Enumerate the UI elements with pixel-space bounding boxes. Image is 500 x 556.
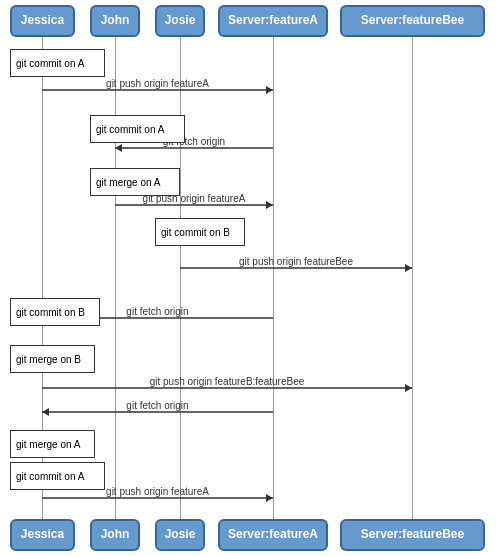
svg-marker-11 <box>405 384 412 392</box>
arrow-a4: git push origin featureBee <box>180 256 412 272</box>
actor-bottom-serverBee_b: Server:featureBee <box>340 519 485 551</box>
msg-box-mb4: git commit on B <box>155 218 245 246</box>
actor-bottom-josie_b: Josie <box>155 519 205 551</box>
msg-box-mb1: git commit on A <box>10 49 105 77</box>
arrow-a6: git push origin featureB:featureBee <box>42 376 412 392</box>
lifeline-john_ll <box>115 37 116 519</box>
msg-box-mb2: git commit on A <box>90 115 185 143</box>
sequence-diagram: git push origin featureAgit fetch origin… <box>0 0 500 556</box>
actor-josie: Josie <box>155 5 205 37</box>
arrow-a1: git push origin featureA <box>42 78 273 94</box>
arrow-label-a1: git push origin featureA <box>106 78 209 89</box>
msg-box-mb7: git merge on A <box>10 430 95 458</box>
actor-bottom-john_b: John <box>90 519 140 551</box>
actor-bottom-serverA_b: Server:featureA <box>218 519 328 551</box>
svg-marker-15 <box>266 494 273 502</box>
actor-john: John <box>90 5 140 37</box>
arrow-label-a6: git push origin featureB:featureBee <box>150 376 305 387</box>
lifeline-serverBee_ll <box>412 37 413 519</box>
arrow-label-a8: git push origin featureA <box>106 486 209 497</box>
msg-box-mb8: git commit on A <box>10 462 105 490</box>
svg-marker-13 <box>42 408 49 416</box>
svg-marker-3 <box>115 144 122 152</box>
msg-box-mb3: git merge on A <box>90 168 180 196</box>
arrow-a7: git fetch origin <box>42 400 273 416</box>
lifeline-serverA_ll <box>273 37 274 519</box>
svg-marker-7 <box>405 264 412 272</box>
arrow-label-a4: git push origin featureBee <box>239 256 353 267</box>
svg-marker-5 <box>266 201 273 209</box>
svg-marker-1 <box>266 86 273 94</box>
msg-box-mb6: git merge on B <box>10 345 95 373</box>
lifeline-josie_ll <box>180 37 181 519</box>
actor-bottom-jessica_b: Jessica <box>10 519 75 551</box>
actor-serverA: Server:featureA <box>218 5 328 37</box>
msg-box-mb5: git commit on B <box>10 298 100 326</box>
actor-jessica: Jessica <box>10 5 75 37</box>
actor-serverBee: Server:featureBee <box>340 5 485 37</box>
